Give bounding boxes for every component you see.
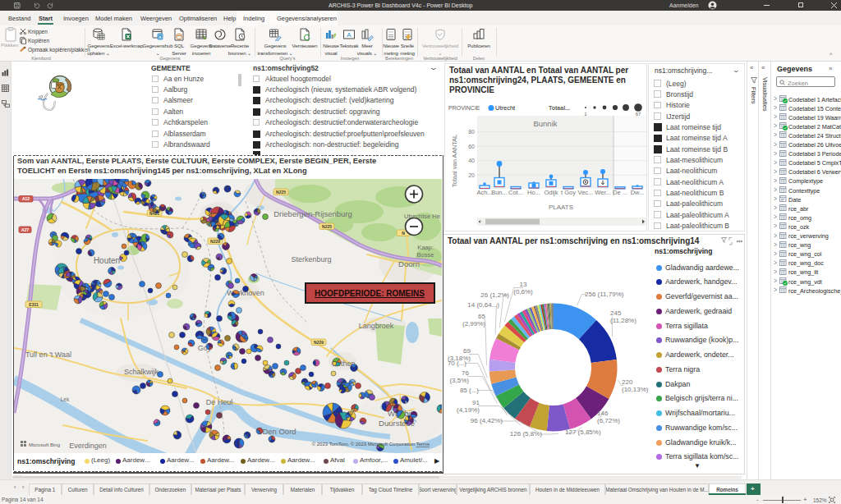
svg-text:Doorn: Doorn	[398, 259, 420, 268]
svg-text:Dw...: Dw...	[631, 189, 645, 196]
svg-text:PLAATS: PLAATS	[549, 204, 573, 211]
svg-text:Langbroek: Langbroek	[359, 322, 394, 330]
svg-text:A12: A12	[22, 196, 30, 201]
svg-text:Totaal van AANTAL: Totaal van AANTAL	[451, 135, 458, 187]
svg-text:127 (5,85%): 127 (5,85%)	[565, 428, 601, 436]
svg-text:Schalkwijk: Schalkwijk	[124, 368, 159, 376]
svg-text:26 (1,2%): 26 (1,2%)	[480, 291, 509, 298]
svg-text:(4,19%): (4,19%)	[457, 405, 480, 413]
svg-text:(3,5%): (3,5%)	[449, 376, 469, 383]
svg-text:A27: A27	[21, 227, 29, 231]
svg-text:14 (0,64...): 14 (0,64...)	[467, 300, 499, 308]
svg-text:Wer...: Wer...	[595, 189, 610, 196]
svg-text:Odijk: Odijk	[544, 189, 558, 196]
svg-text:Driebergen-Rijsenburg: Driebergen-Rijsenburg	[273, 209, 352, 218]
svg-text:Totaal...: Totaal...	[549, 105, 570, 111]
svg-text:t Goy: t Goy	[561, 189, 576, 196]
svg-text:Tull en 't Waal: Tull en 't Waal	[25, 351, 71, 359]
svg-text:(0,6%): (0,6%)	[513, 287, 533, 295]
svg-text:Everdingen: Everdingen	[69, 442, 107, 450]
svg-text:69: 69	[463, 346, 471, 354]
svg-text:N225: N225	[276, 189, 286, 194]
svg-text:De Heul: De Heul	[206, 398, 233, 406]
svg-text:Microsoft Bing: Microsoft Bing	[29, 442, 60, 447]
svg-text:E311: E311	[29, 301, 39, 306]
svg-text:256 (11,79%): 256 (11,79%)	[585, 290, 624, 297]
svg-text:(10,13%): (10,13%)	[622, 385, 649, 392]
svg-text:N: N	[402, 230, 405, 235]
svg-text:N229: N229	[210, 238, 220, 243]
svg-text:HOOFDPERIODE: ROMEINS: HOOFDPERIODE: ROMEINS	[315, 289, 425, 298]
svg-text:Ho...: Ho...	[527, 189, 540, 196]
svg-text:N229: N229	[314, 339, 324, 344]
svg-text:Houten: Houten	[94, 256, 120, 265]
svg-text:Lek: Lek	[61, 396, 70, 402]
svg-text:126 (5,8%): 126 (5,8%)	[510, 430, 542, 438]
svg-text:Bosse: Bosse	[417, 251, 434, 259]
svg-text:65: 65	[478, 312, 485, 319]
svg-text:96 (4,42%): 96 (4,42%)	[471, 417, 503, 424]
svg-text:60: 60	[468, 144, 475, 149]
svg-text:N225: N225	[322, 223, 332, 228]
svg-text:(2,99%): (2,99%)	[462, 319, 485, 327]
svg-text:146: 146	[597, 410, 609, 417]
svg-text:Bun...: Bun...	[491, 189, 508, 196]
svg-text:Utrecht: Utrecht	[495, 104, 516, 112]
svg-text:Sterkenburg: Sterkenburg	[291, 255, 331, 263]
svg-text:Bunnik: Bunnik	[533, 119, 557, 128]
svg-text:(3,18%): (3,18%)	[448, 354, 471, 361]
svg-text:13: 13	[520, 280, 527, 287]
svg-text:(6,72%): (6,72%)	[597, 417, 620, 424]
svg-text:220: 220	[622, 378, 633, 385]
svg-text:1: 1	[584, 112, 587, 117]
svg-text:20: 20	[468, 172, 475, 178]
svg-text:A: A	[347, 31, 352, 39]
svg-text:© 2023 TomTom, © 2023 Microsof: © 2023 TomTom, © 2023 Microsoft Corporat…	[312, 442, 430, 447]
svg-text:De ...: De ...	[613, 189, 627, 196]
svg-text:245: 245	[610, 309, 622, 316]
svg-text:(11,28%): (11,28%)	[610, 316, 636, 323]
svg-text:76: 76	[462, 369, 469, 376]
svg-text:PROVINCIE: PROVINCIE	[448, 105, 480, 111]
svg-text:80: 80	[468, 129, 475, 135]
svg-text:Kaap:: Kaap:	[417, 244, 434, 251]
svg-text:85 (...): 85 (...)	[460, 386, 479, 393]
svg-text:Cot...: Cot...	[508, 189, 523, 196]
svg-text:Vec...: Vec...	[578, 189, 594, 196]
svg-text:Ach...: Ach...	[476, 189, 492, 196]
svg-text:91: 91	[472, 398, 480, 405]
svg-text:67: 67	[636, 112, 641, 117]
svg-text:40: 40	[468, 158, 475, 163]
svg-text:Den Oord: Den Oord	[262, 427, 296, 436]
